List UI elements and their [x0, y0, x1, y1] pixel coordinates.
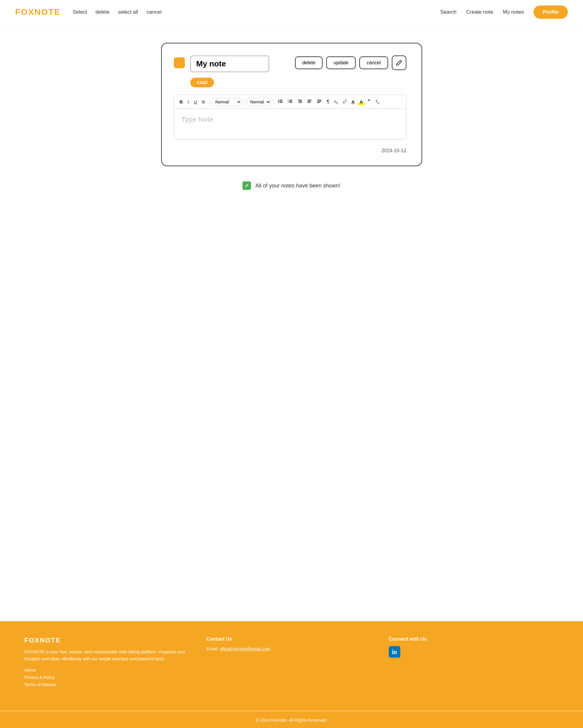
toolbar-indent-right[interactable] [305, 98, 314, 106]
toolbar-strikethrough[interactable]: S [200, 98, 207, 106]
svg-rect-9 [289, 101, 292, 102]
note-cancel-button[interactable]: cancel [359, 56, 388, 69]
delete-link[interactable]: delete [96, 9, 109, 15]
svg-rect-7 [289, 100, 292, 100]
toolbar-highlight[interactable]: A [358, 98, 365, 106]
toolbar-paragraph[interactable]: ¶ [325, 98, 331, 106]
toolbar-size-select[interactable]: Normal Small Large [247, 98, 271, 106]
toolbar-bullet-list[interactable] [276, 98, 285, 106]
footer-about-link[interactable]: About [24, 668, 194, 673]
toolbar-superscript[interactable]: x2 [341, 98, 349, 106]
note-header-row: delete update cancel [174, 55, 406, 72]
nav-left: Select delete select all cancel [73, 9, 440, 15]
svg-rect-5 [280, 102, 282, 103]
note-edit-icon-button[interactable] [392, 55, 406, 70]
toolbar-subscript[interactable]: x2 [332, 98, 340, 106]
footer-privacy-link[interactable]: Privacy & Policy [24, 675, 194, 680]
footer-connect-title: Connect with Us [389, 636, 559, 642]
svg-rect-3 [280, 101, 282, 102]
editor-body[interactable]: Type Note [174, 109, 406, 139]
note-title-wrapper [190, 55, 269, 72]
toolbar-divider-1 [209, 99, 209, 105]
note-update-button[interactable]: update [326, 56, 356, 69]
footer-email-label: Email: [206, 646, 218, 651]
note-card-inner: delete update cancel cool [174, 55, 406, 154]
svg-point-0 [278, 100, 279, 101]
footer-contact-title: Contact Us [206, 636, 376, 642]
editor-placeholder: Type Note [181, 115, 399, 124]
toolbar-bold[interactable]: B [178, 98, 185, 106]
footer: FOXNOTE FOXNOTE is your free, secure, an… [0, 621, 583, 728]
note-tag-cool: cool [174, 78, 406, 87]
toolbar-blockquote[interactable]: " [366, 97, 372, 106]
footer-connect-col: Connect with Us in [389, 636, 559, 690]
profile-button[interactable]: Profile [534, 5, 568, 19]
create-note-nav-link[interactable]: Create note [466, 9, 493, 15]
toolbar-indent-left[interactable] [296, 98, 304, 106]
svg-point-2 [278, 101, 279, 102]
footer-description: FOXNOTE is your free, secure, and custom… [24, 649, 194, 662]
svg-rect-14 [299, 102, 302, 103]
select-link[interactable]: Select [73, 9, 87, 15]
toolbar-align[interactable] [315, 98, 324, 106]
note-checkbox[interactable] [174, 57, 185, 68]
note-action-buttons: delete update cancel [295, 55, 406, 70]
svg-rect-19 [317, 101, 322, 102]
navbar: FOXNOTE Select delete select all cancel … [0, 0, 583, 25]
note-card: delete update cancel cool [161, 43, 422, 166]
toolbar-style-select[interactable]: Normal Heading 1 Heading 2 [212, 98, 242, 106]
svg-rect-20 [317, 102, 320, 103]
note-delete-button[interactable]: delete [295, 56, 323, 69]
svg-rect-13 [299, 101, 302, 102]
cancel-link[interactable]: cancel [147, 9, 161, 15]
footer-brand-col: FOXNOTE FOXNOTE is your free, secure, an… [24, 636, 194, 690]
editor-toolbar: B I U S Normal Heading 1 Heading 2 Norma… [174, 95, 406, 109]
svg-rect-18 [317, 100, 322, 100]
toolbar-ordered-list[interactable]: 1.2.3. [286, 98, 295, 106]
toolbar-font-color[interactable]: A [350, 98, 357, 106]
footer-bottom: © 2024 FoxNote. All Rights Reserved. [0, 711, 583, 728]
toolbar-divider-2 [244, 99, 244, 105]
svg-rect-11 [289, 102, 292, 103]
toolbar-italic[interactable]: I [186, 98, 191, 106]
select-all-link[interactable]: select all [118, 9, 138, 15]
note-date: 2024-10-12 [174, 148, 406, 154]
svg-rect-12 [298, 100, 302, 100]
search-nav-link[interactable]: Search [440, 9, 456, 15]
notes-end-text: All of your notes have been shown! [255, 183, 340, 189]
toolbar-underline[interactable]: U [192, 98, 199, 106]
footer-contact-col: Contact Us Email: official.foxnote@gmail… [206, 636, 376, 690]
svg-rect-17 [307, 102, 311, 103]
note-editor-wrapper: B I U S Normal Heading 1 Heading 2 Norma… [174, 95, 406, 139]
svg-rect-1 [280, 100, 282, 100]
svg-text:3.: 3. [288, 101, 289, 103]
notes-end-message: ✓ All of your notes have been shown! [15, 181, 568, 190]
svg-rect-16 [307, 101, 311, 102]
footer-logo: FOXNOTE [24, 636, 194, 644]
nav-right: Search Create note My notes Profile [440, 5, 568, 19]
brand-logo: FOXNOTE [15, 7, 60, 17]
svg-point-4 [278, 102, 279, 103]
footer-email-link[interactable]: official.foxnote@gmail.com [220, 646, 271, 651]
svg-rect-15 [307, 100, 312, 100]
footer-tos-link[interactable]: Terms of Service [24, 682, 194, 687]
linkedin-icon[interactable]: in [389, 646, 400, 658]
toolbar-clear-format[interactable]: Tx [373, 98, 381, 106]
footer-grid: FOXNOTE FOXNOTE is your free, secure, an… [24, 636, 559, 690]
notes-end-checkmark: ✓ [243, 181, 251, 190]
footer-copyright: © 2024 FoxNote. All Rights Reserved. [256, 718, 327, 723]
note-title-input[interactable] [190, 55, 269, 72]
my-notes-nav-link[interactable]: My notes [503, 9, 524, 15]
footer-main: FOXNOTE FOXNOTE is your free, secure, an… [0, 621, 583, 711]
main-content: delete update cancel cool [0, 25, 583, 621]
